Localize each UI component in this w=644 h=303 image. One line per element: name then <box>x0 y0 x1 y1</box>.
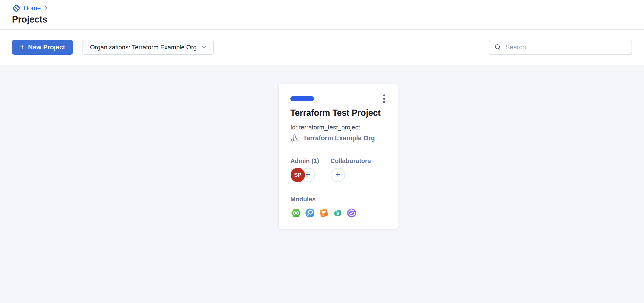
project-menu-kebab-icon[interactable] <box>379 93 389 104</box>
add-collaborator-button[interactable]: + <box>331 168 345 182</box>
page-header: Home Projects <box>0 0 644 30</box>
modules-row: $ <box>290 208 357 218</box>
pipeline-infinity-module-icon[interactable] <box>290 208 302 218</box>
project-organization-name: Terraform Example Org <box>303 134 375 142</box>
project-organization-link[interactable]: Terraform Example Org <box>290 134 375 143</box>
new-project-button-label: New Project <box>28 44 65 51</box>
app-logo-icon[interactable] <box>12 4 20 12</box>
projects-grid: Terraform Test Project Id: terraform_tes… <box>0 65 644 303</box>
reliability-check-module-icon[interactable] <box>346 208 357 218</box>
search-input[interactable] <box>506 44 627 51</box>
new-project-button[interactable]: + New Project <box>12 40 73 55</box>
organization-icon <box>290 134 299 143</box>
breadcrumb-home-link[interactable]: Home <box>24 4 41 12</box>
project-title[interactable]: Terraform Test Project <box>290 108 380 118</box>
project-color-bar <box>290 96 314 101</box>
modules-section-label: Modules <box>290 196 316 203</box>
collaborators-section-label: Collaborators <box>330 157 371 165</box>
search-icon <box>494 44 502 51</box>
admin-section-label: Admin (1) <box>290 157 319 165</box>
chevron-down-icon <box>201 44 207 50</box>
page-title: Projects <box>12 14 632 25</box>
organizations-filter-dropdown[interactable]: Organizations: Terraform Example Org <box>82 40 214 55</box>
project-id: Id: terraform_test_project <box>290 124 360 131</box>
plus-icon: + <box>20 43 25 51</box>
organizations-filter-value: Organizations: Terraform Example Org <box>90 44 201 51</box>
cloud-cost-module-icon[interactable]: $ <box>332 208 343 218</box>
admin-avatar[interactable]: SP <box>290 168 305 182</box>
search-box <box>489 40 632 55</box>
plus-icon: + <box>305 170 310 179</box>
toolbar: + New Project Organizations: Terraform E… <box>0 30 644 65</box>
breadcrumb: Home <box>12 3 632 13</box>
feature-flag-module-icon[interactable] <box>318 208 329 218</box>
plus-icon: + <box>335 170 340 179</box>
scan-magnifier-module-icon[interactable] <box>304 208 315 218</box>
project-card: Terraform Test Project Id: terraform_tes… <box>278 84 398 229</box>
svg-text:$: $ <box>336 211 339 216</box>
chevron-right-icon <box>44 6 49 11</box>
